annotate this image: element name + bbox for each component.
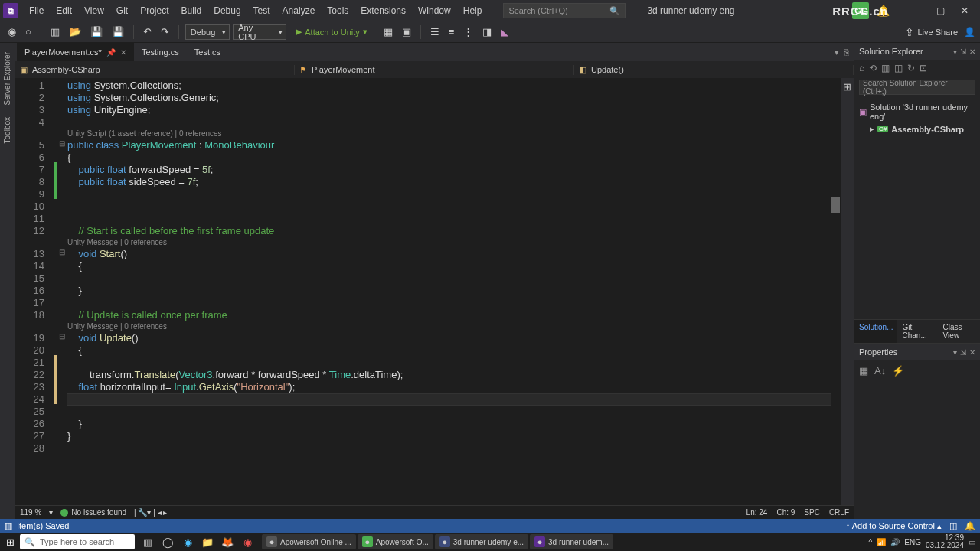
toolbar-icon-1[interactable]: ▦ — [381, 24, 396, 39]
sync-icon[interactable]: ⟲ — [869, 63, 877, 73]
prop-close-icon[interactable]: ✕ — [969, 348, 975, 357]
menu-file[interactable]: File — [23, 2, 50, 19]
explorer-icon[interactable]: 📁 — [199, 534, 216, 549]
menu-help[interactable]: Help — [457, 2, 488, 19]
menu-analyze[interactable]: Analyze — [276, 2, 322, 19]
menu-debug[interactable]: Debug — [207, 2, 247, 19]
menu-build[interactable]: Build — [175, 2, 208, 19]
action-center-icon[interactable]: ▭ — [969, 538, 975, 546]
toolbar-icon-5[interactable]: ⋮ — [460, 24, 476, 39]
tab-0[interactable]: PlayerMovement.cs*📌✕ — [17, 43, 134, 61]
indent-indicator: SPC — [804, 508, 820, 517]
panel-close-icon[interactable]: ✕ — [969, 47, 975, 56]
menu-view[interactable]: View — [78, 2, 110, 19]
lang-indicator[interactable]: ENG — [904, 538, 921, 546]
tool-icon-1[interactable]: ▥ — [881, 63, 890, 73]
toolbar-icon-3[interactable]: ☰ — [427, 24, 443, 39]
panel-tab-0[interactable]: Solution... — [854, 320, 897, 343]
tabs-options-icon[interactable]: ⎘ — [844, 47, 849, 57]
panel-pin-icon[interactable]: ⇲ — [960, 47, 966, 56]
back-button[interactable]: ◉ — [5, 24, 19, 39]
taskbar-search[interactable]: 🔍 Type here to search — [20, 534, 135, 549]
panel-tab-2[interactable]: Class View — [939, 320, 980, 343]
start-button[interactable]: ⊞ — [2, 534, 18, 549]
redo-button[interactable]: ↷ — [158, 24, 172, 39]
panel-dropdown-icon[interactable]: ▾ — [953, 47, 957, 56]
toolbar-icon-2[interactable]: ▣ — [399, 24, 414, 39]
task-view-icon[interactable]: ▥ — [139, 534, 156, 549]
server-explorer-tab[interactable]: Server Explorer — [2, 46, 13, 111]
minimize-button[interactable]: — — [903, 0, 928, 21]
attach-unity-button[interactable]: ▶ Attach to Unity ▾ — [296, 27, 368, 37]
toolbox-tab[interactable]: Toolbox — [2, 111, 13, 149]
undo-button[interactable]: ↶ — [140, 24, 155, 39]
pin-icon[interactable]: 📌 — [106, 48, 116, 57]
menu-test[interactable]: Test — [247, 2, 276, 19]
refresh-icon[interactable]: ↻ — [907, 63, 915, 73]
solution-search[interactable]: Search Solution Explorer (Ctrl+;) — [859, 80, 975, 95]
live-share-button[interactable]: ⇪Live Share — [905, 26, 958, 38]
prop-dropdown-icon[interactable]: ▾ — [953, 348, 957, 357]
menu-git[interactable]: Git — [110, 2, 134, 19]
menu-window[interactable]: Window — [412, 2, 457, 19]
repo-icon[interactable]: ◫ — [949, 521, 957, 531]
notifications-count-icon[interactable]: 🔔 — [965, 521, 975, 531]
search-box[interactable]: Search (Ctrl+Q) 🔍 — [503, 3, 626, 18]
app-icon[interactable]: ◉ — [239, 534, 256, 549]
windows-taskbar: ⊞ 🔍 Type here to search ▥ ◯ ◉ 📁 🦊 ◉ ●Apo… — [0, 533, 980, 551]
tool-icon-3[interactable]: ⊡ — [920, 63, 927, 73]
admin-icon[interactable]: 👤 — [964, 27, 975, 37]
tabs-dropdown-icon[interactable]: ▾ — [835, 47, 839, 57]
tool-icon-2[interactable]: ◫ — [894, 63, 903, 73]
split-icon[interactable]: ⊞ — [843, 81, 851, 93]
bookmark-icon[interactable]: ◣ — [498, 24, 511, 39]
new-button[interactable]: ▥ — [47, 24, 63, 39]
home-icon[interactable]: ⌂ — [859, 63, 864, 73]
prop-pin-icon[interactable]: ⇲ — [960, 348, 966, 357]
tab-2[interactable]: Test.cs — [187, 43, 228, 61]
firefox-icon[interactable]: 🦊 — [219, 534, 236, 549]
close-tab-icon[interactable]: ✕ — [120, 48, 126, 57]
menu-extensions[interactable]: Extensions — [354, 2, 412, 19]
config-select[interactable]: Debug — [185, 24, 230, 40]
taskbar-entry-2[interactable]: ●3d runner udemy e... — [435, 534, 528, 549]
source-control-button[interactable]: ↑ Add to Source Control ▴ — [846, 521, 942, 531]
tray-expand-icon[interactable]: ^ — [869, 538, 873, 546]
sound-icon[interactable]: 🔊 — [890, 538, 900, 546]
issues-indicator[interactable]: No issues found — [60, 508, 126, 517]
nav-member[interactable]: ◧ Update() — [574, 65, 854, 75]
categorize-icon[interactable]: ▦ — [859, 365, 868, 377]
tab-1[interactable]: Testing.cs — [134, 43, 187, 61]
code-editor[interactable]: 1234567891011121314151617181920212223242… — [15, 78, 854, 505]
nav-class[interactable]: ⚑ PlayerMovement — [295, 65, 574, 75]
toolbar-icon-6[interactable]: ◨ — [479, 24, 495, 39]
edge-icon[interactable]: ◉ — [179, 534, 196, 549]
solution-node[interactable]: ▣ Solution '3d runner udemy eng' — [859, 101, 975, 122]
clock[interactable]: 12:39 03.12.2024 — [926, 534, 964, 549]
wifi-icon[interactable]: 📶 — [877, 538, 886, 546]
menu-tools[interactable]: Tools — [321, 2, 354, 19]
maximize-button[interactable]: ▢ — [928, 0, 952, 21]
save-button[interactable]: 💾 — [87, 24, 106, 39]
taskbar-entry-0[interactable]: ●Apowersoft Online ... — [262, 534, 356, 549]
platform-select[interactable]: Any CPU — [233, 24, 286, 40]
save-all-button[interactable]: 💾 — [109, 24, 127, 39]
close-button[interactable]: ✕ — [952, 0, 977, 21]
taskbar-entry-3[interactable]: ●3d runner udem... — [530, 534, 613, 549]
taskbar-entry-1[interactable]: ●Apowersoft O... — [358, 534, 433, 549]
events-icon[interactable]: ⚡ — [892, 365, 904, 377]
forward-button[interactable]: ○ — [22, 24, 34, 39]
expand-icon[interactable]: ▸ — [870, 124, 874, 134]
cortana-icon[interactable]: ◯ — [159, 534, 176, 549]
menu-project[interactable]: Project — [134, 2, 175, 19]
vertical-scrollbar[interactable] — [831, 78, 840, 505]
menu-edit[interactable]: Edit — [50, 2, 78, 19]
nav-project[interactable]: ▣ Assembly-CSharp — [15, 65, 295, 75]
zoom-level[interactable]: 119 % — [20, 508, 41, 517]
open-button[interactable]: 📂 — [66, 24, 84, 39]
panel-tab-1[interactable]: Git Chan... — [897, 320, 938, 343]
alpha-sort-icon[interactable]: A↓ — [874, 365, 886, 377]
toolbar-icon-4[interactable]: ≡ — [446, 24, 458, 39]
scrollbar-knob[interactable] — [831, 197, 840, 213]
project-node[interactable]: ▸ C# Assembly-CSharp — [859, 122, 975, 135]
